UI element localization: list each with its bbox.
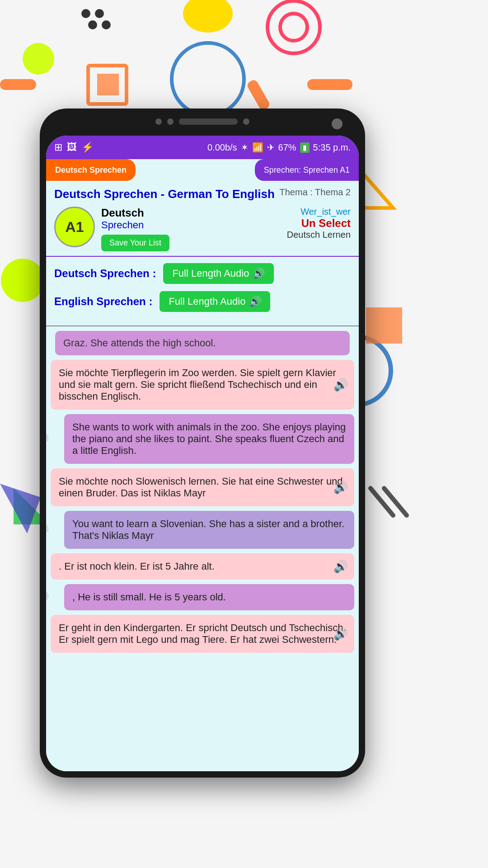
app-content: Deutsch Sprechen Sprechen: Sprechen A1 D… xyxy=(46,159,359,771)
svg-point-2 xyxy=(88,20,97,29)
card-english-2: You want to learn a Slovenian. She has a… xyxy=(64,511,354,549)
card-german-1-wrapper: Sie möchte Tierpflegerin im Zoo werden. … xyxy=(51,360,354,410)
deutsch-lernen-label: Deutsch Lernen xyxy=(287,230,351,240)
image-icon: 🖼 xyxy=(67,142,77,153)
card-german-2-wrapper: Sie möchte noch Slowenisch lernen. Sie h… xyxy=(51,468,354,506)
svg-rect-17 xyxy=(366,307,402,344)
svg-point-1 xyxy=(95,9,104,18)
phone-frame: ⊞ 🖼 ⚡ 0.00b/s ✶ 📶 ✈ 67% ▮ 5:35 p.m. Deut… xyxy=(40,108,365,778)
header-info: Deutsch Sprechen Save Your List xyxy=(101,207,281,251)
phone-screen: ⊞ 🖼 ⚡ 0.00b/s ✶ 📶 ✈ 67% ▮ 5:35 p.m. Deut… xyxy=(46,136,359,771)
card-german-1: Sie möchte Tierpflegerin im Zoo werden. … xyxy=(51,360,354,410)
audio-btn-label-2: Full Length Audio xyxy=(169,296,245,307)
save-button[interactable]: Save Your List xyxy=(101,235,169,251)
airplane-icon: ✈ xyxy=(267,142,275,153)
english-audio-button[interactable]: Full Length Audio 🔊 xyxy=(160,291,270,312)
content-area: Graz. She attends the high school. Sie m… xyxy=(46,331,359,666)
speaker-icon-7[interactable]: 🔊 xyxy=(333,627,348,641)
svg-rect-9 xyxy=(246,79,271,112)
nav-tab-sprechen[interactable]: Sprechen: Sprechen A1 xyxy=(255,159,359,181)
phone-dot-2 xyxy=(167,118,174,125)
card-german-4-wrapper: Er geht in den Kindergarten. Er spricht … xyxy=(51,615,354,653)
wifi-icon: 📶 xyxy=(252,142,263,153)
svg-rect-5 xyxy=(88,66,127,104)
english-sprechen-label: English Sprechen : xyxy=(54,295,152,308)
svg-point-14 xyxy=(1,259,44,302)
english-audio-row: English Sprechen : Full Length Audio 🔊 xyxy=(54,291,351,312)
status-right: 0.00b/s ✶ 📶 ✈ 67% ▮ 5:35 p.m. xyxy=(207,142,351,153)
card-english-3-wrapper: 🔊 , He is still small. He is 5 years old… xyxy=(51,584,354,610)
header-section: Deutsch Sprechen - German To English The… xyxy=(46,181,359,257)
header-body: A1 Deutsch Sprechen Save Your List Wer_i… xyxy=(54,207,351,251)
phone-speaker xyxy=(179,118,238,125)
card-english-1-wrapper: 🔊 She wants to work with animals in the … xyxy=(51,414,354,464)
speed-display: 0.00b/s xyxy=(207,142,237,153)
speaker-icon-6[interactable]: 🔊 xyxy=(46,590,49,604)
phone-dot-3 xyxy=(243,118,249,125)
svg-rect-12 xyxy=(307,79,352,90)
card-german-2: Sie möchte noch Slowenisch lernen. Sie h… xyxy=(51,468,354,506)
speaker-icon-3[interactable]: 🔊 xyxy=(333,481,348,495)
speaker-icon-4[interactable]: 🔊 xyxy=(46,523,49,537)
card-english-2-wrapper: 🔊 You want to learn a Slovenian. She has… xyxy=(51,511,354,549)
speaker-icon-5[interactable]: 🔊 xyxy=(333,560,348,574)
status-left-icons: ⊞ 🖼 ⚡ xyxy=(54,142,94,153)
speaker-icon-1[interactable]: 🔊 xyxy=(333,378,348,392)
card-german-3-wrapper: . Er ist noch klein. Er ist 5 Jahre alt.… xyxy=(51,553,354,580)
card-english-1-text: She wants to work with animals in the zo… xyxy=(72,421,346,456)
card-english-3-text: , He is still small. He is 5 years old. xyxy=(72,591,226,603)
card-german-1-text: Sie möchte Tierpflegerin im Zoo werden. … xyxy=(59,367,336,402)
phone-camera xyxy=(332,118,343,129)
intro-card-text: Graz. She attends the high school. xyxy=(63,337,216,349)
status-bar: ⊞ 🖼 ⚡ 0.00b/s ✶ 📶 ✈ 67% ▮ 5:35 p.m. xyxy=(46,136,359,159)
audio-btn-icon-2: 🔊 xyxy=(249,296,261,307)
deutsch-audio-button[interactable]: Full Length Audio 🔊 xyxy=(163,263,274,284)
card-german-2-text: Sie möchte noch Slowenisch lernen. Sie h… xyxy=(59,476,343,499)
card-english-3: , He is still small. He is 5 years old. xyxy=(64,584,354,610)
audio-btn-label-1: Full Length Audio xyxy=(172,268,249,279)
language-name: Deutsch xyxy=(101,207,281,219)
svg-marker-19 xyxy=(0,484,41,533)
svg-line-20 xyxy=(371,488,393,515)
audio-section: Deutsch Sprechen : Full Length Audio 🔊 E… xyxy=(46,257,359,326)
header-right: Wer_ist_wer Un Select Deutsch Lernen xyxy=(287,207,351,240)
card-english-2-text: You want to learn a Slovenian. She has a… xyxy=(72,518,344,541)
svg-point-7 xyxy=(172,43,244,115)
svg-line-21 xyxy=(384,488,407,515)
card-german-4: Er geht in den Kindergarten. Er spricht … xyxy=(51,615,354,653)
avatar: A1 xyxy=(54,207,95,247)
svg-point-4 xyxy=(23,43,54,75)
card-german-3: . Er ist noch klein. Er ist 5 Jahre alt.… xyxy=(51,553,354,580)
svg-point-11 xyxy=(280,14,307,41)
svg-rect-13 xyxy=(0,79,36,90)
screen-icon: ⊞ xyxy=(54,142,62,153)
svg-point-8 xyxy=(183,0,233,33)
speaker-icon-2[interactable]: 🔊 xyxy=(46,432,49,446)
bluetooth-icon: ✶ xyxy=(241,142,249,153)
nav-bar: Deutsch Sprechen Sprechen: Sprechen A1 xyxy=(46,159,359,181)
intro-card: Graz. She attends the high school. xyxy=(55,331,350,355)
svg-point-0 xyxy=(81,9,90,18)
wer-link[interactable]: Wer_ist_wer xyxy=(287,207,351,217)
card-german-3-text: . Er ist noch klein. Er ist 5 Jahre alt. xyxy=(59,561,215,572)
svg-rect-6 xyxy=(97,74,119,95)
header-thema: Thema : Thema 2 xyxy=(280,187,351,198)
svg-point-10 xyxy=(267,1,320,53)
deutsch-audio-row: Deutsch Sprechen : Full Length Audio 🔊 xyxy=(54,263,351,284)
time-display: 5:35 p.m. xyxy=(313,142,351,153)
nav-tab-deutsch[interactable]: Deutsch Sprechen xyxy=(46,159,136,181)
audio-btn-icon-1: 🔊 xyxy=(253,268,265,279)
language-sub: Sprechen xyxy=(101,219,281,231)
card-german-4-text: Er geht in den Kindergarten. Er spricht … xyxy=(59,622,346,645)
header-title: Deutsch Sprechen - German To English xyxy=(54,187,275,201)
card-english-1: She wants to work with animals in the zo… xyxy=(64,414,354,464)
usb-icon: ⚡ xyxy=(81,142,94,153)
unselect-button[interactable]: Un Select xyxy=(287,217,351,230)
svg-point-3 xyxy=(102,20,111,29)
battery-display: 67% xyxy=(278,142,296,153)
deutsch-sprechen-label: Deutsch Sprechen : xyxy=(54,267,156,280)
phone-dot-1 xyxy=(155,118,162,125)
battery-icon: ▮ xyxy=(300,142,310,153)
